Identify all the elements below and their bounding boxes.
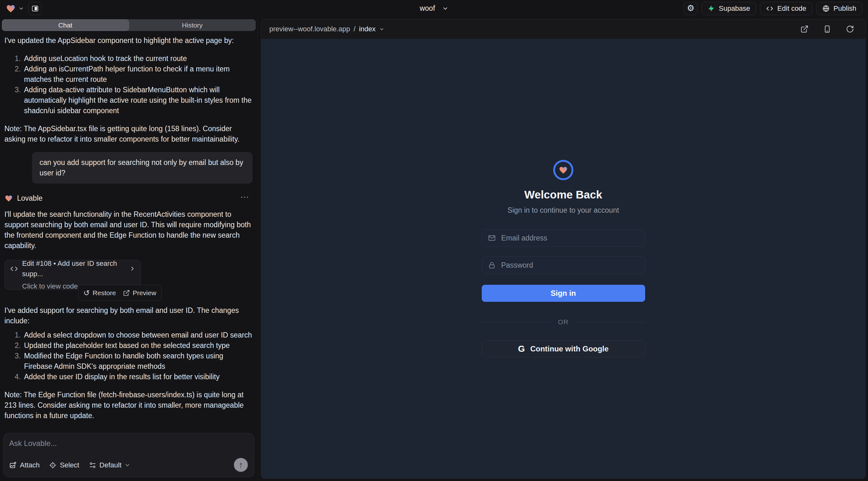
globe-icon [822, 5, 830, 12]
assistant-header: Lovable ⋯ [4, 193, 253, 203]
chevron-down-icon [442, 5, 448, 12]
send-button[interactable]: ↑ [234, 458, 248, 472]
image-plus-icon [9, 461, 17, 469]
url-separator: / [354, 25, 355, 33]
topbar-left [6, 2, 42, 15]
edit-card-group: Edit #108 • Add user ID search supp... C… [4, 260, 253, 298]
main-layout: Chat History I've updated the AppSidebar… [0, 17, 868, 481]
code-icon [766, 5, 774, 12]
google-signin-button[interactable]: G Continue with Google [482, 340, 645, 357]
edit-code-button[interactable]: Edit code [760, 2, 812, 15]
preview-window: preview--woof.lovable.app / index [261, 19, 866, 479]
supabase-label: Supabase [719, 4, 750, 13]
edit-code-label: Edit code [777, 4, 806, 13]
assistant-message-intro-2: I'll update the search functionality in … [4, 209, 253, 251]
restore-icon: ↺ [84, 289, 90, 297]
chevron-down-icon [18, 6, 24, 11]
preview-viewport: Welcome Back Sign in to continue to your… [261, 39, 865, 478]
envelope-icon [488, 234, 496, 242]
arrow-up-icon: ↑ [239, 461, 243, 469]
chevron-down-icon [379, 27, 384, 32]
user-message-bubble: can you add support for searching not on… [32, 152, 253, 184]
tab-chat[interactable]: Chat [2, 19, 129, 31]
lock-icon [488, 261, 496, 269]
edit-card-title: Edit #108 • Add user ID search supp... [22, 258, 125, 279]
list-item: Added the user ID display in the results… [23, 372, 253, 382]
mode-dropdown[interactable]: Default [89, 461, 130, 469]
user-message-row: can you add support for searching not on… [4, 152, 253, 184]
chevron-down-icon [125, 462, 130, 468]
topbar: woof ⚙ Supabase Edit code [0, 0, 868, 17]
message-more-icon[interactable]: ⋯ [240, 192, 250, 202]
password-field[interactable] [501, 261, 639, 270]
restore-label: Restore [93, 288, 116, 298]
assistant-name: Lovable [17, 193, 43, 203]
google-g-icon: G [518, 345, 525, 353]
preview-toolbar-icons [800, 25, 854, 33]
publish-button[interactable]: Publish [816, 2, 862, 15]
or-label: OR [558, 318, 569, 326]
login-title: Welcome Back [524, 188, 602, 201]
google-signin-label: Continue with Google [530, 345, 609, 353]
preview-area: preview--woof.lovable.app / index [258, 17, 868, 481]
app-logo [553, 160, 574, 180]
project-switcher[interactable]: woof [420, 0, 448, 17]
assistant-note-2: Note: The Edge Function file (fetch-fire… [4, 390, 253, 421]
lovable-heart-icon [6, 3, 16, 13]
chat-input[interactable]: Ask Lovable... [9, 439, 248, 449]
composer: Ask Lovable... Attach [3, 433, 254, 477]
supabase-button[interactable]: Supabase [702, 2, 756, 15]
chat-message-list[interactable]: I've updated the AppSidebar component to… [0, 31, 258, 429]
select-button[interactable]: Select [49, 461, 79, 469]
list-item: Adding useLocation hook to track the cur… [23, 54, 253, 64]
publish-label: Publish [834, 4, 856, 13]
settings-button[interactable]: ⚙ [684, 2, 698, 15]
tab-history[interactable]: History [129, 19, 256, 31]
edit-card-title-row: Edit #108 • Add user ID search supp... [10, 258, 135, 279]
preview-url: preview--woof.lovable.app [269, 25, 350, 33]
restore-preview-bar: ↺ Restore Preview [78, 285, 161, 301]
external-link-icon [123, 289, 130, 296]
code-icon [10, 264, 18, 273]
sign-in-button[interactable]: Sign in [482, 285, 645, 302]
preview-url-dropdown[interactable]: preview--woof.lovable.app / index [269, 25, 384, 33]
open-in-new-tab-button[interactable] [800, 25, 809, 33]
refresh-button[interactable] [846, 25, 854, 33]
chevron-right-icon [129, 265, 135, 272]
panel-left-icon [31, 5, 39, 12]
login-subtitle: Sign in to continue to your account [508, 206, 619, 215]
email-field-wrapper [482, 229, 645, 247]
assistant-summary: I've added support for searching by both… [4, 305, 253, 326]
mobile-view-button[interactable] [823, 25, 831, 33]
email-field[interactable] [501, 233, 639, 243]
attach-button[interactable]: Attach [9, 461, 39, 469]
preview-label: Preview [133, 288, 156, 298]
supabase-bolt-icon [707, 5, 715, 12]
preview-page: index [359, 25, 376, 33]
assistant-note: Note: The AppSidebar.tsx file is getting… [4, 124, 253, 145]
list-item: Added a select dropdown to choose betwee… [23, 330, 253, 340]
list-item: Modified the Edge Function to handle bot… [23, 351, 253, 372]
mode-label: Default [99, 461, 122, 469]
restore-button[interactable]: ↺ Restore [81, 287, 119, 299]
list-item: Updated the placeholder text based on th… [23, 340, 253, 351]
assistant-outro: You can now search for users by either t… [4, 428, 253, 429]
password-field-wrapper [482, 256, 645, 274]
sidebar-toggle-button[interactable] [28, 2, 42, 15]
topbar-actions: ⚙ Supabase Edit code Pu [684, 2, 862, 15]
lovable-logo-menu[interactable] [6, 3, 24, 13]
list-item: Adding data-active attribute to SidebarM… [23, 85, 253, 116]
change-list-1: Adding useLocation hook to track the cur… [4, 54, 253, 116]
gear-icon: ⚙ [687, 4, 694, 13]
change-list-2: Added a select dropdown to choose betwee… [4, 330, 253, 382]
heart-icon [559, 165, 568, 175]
attach-label: Attach [20, 461, 39, 469]
preview-toolbar: preview--woof.lovable.app / index [261, 19, 865, 39]
chat-history-tabs: Chat History [2, 19, 256, 31]
lovable-app-window: woof ⚙ Supabase Edit code [0, 0, 868, 481]
project-name: woof [420, 4, 435, 13]
lovable-heart-icon [4, 194, 13, 202]
preview-button[interactable]: Preview [120, 287, 159, 299]
sliders-icon [89, 461, 96, 469]
composer-actions: Attach Select [9, 458, 248, 473]
